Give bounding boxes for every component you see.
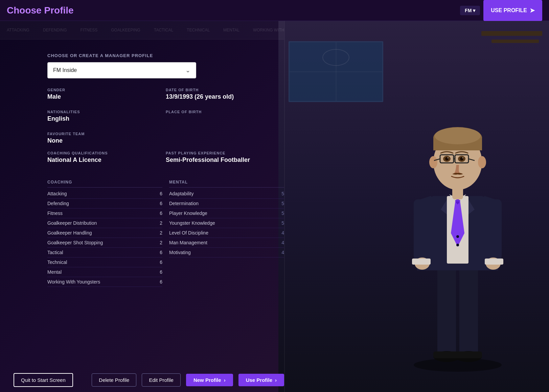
place-of-birth-label: PLACE OF BIRTH	[166, 110, 284, 114]
header-actions: FM ▾ USE PROFILE ➤	[460, 0, 542, 21]
svg-rect-1	[437, 267, 456, 358]
quit-button[interactable]: Quit to Start Screen	[14, 373, 73, 387]
coaching-qual-value: National A Licence	[47, 156, 166, 164]
svg-point-20	[435, 127, 481, 144]
coaching-stat-row: Mental6	[47, 267, 162, 277]
coaching-qual-label: COACHING QUALIFICATIONS	[47, 151, 166, 155]
fm-logo-button[interactable]: FM ▾	[460, 6, 480, 15]
arrow-right-icon: ›	[275, 377, 277, 383]
nationality-birth-row: NATIONALITIES English PLACE OF BIRTH	[47, 110, 284, 129]
qualifications-row: COACHING QUALIFICATIONS National A Licen…	[47, 151, 284, 170]
mental-stat-row: Player Knowledge5	[169, 209, 284, 218]
section-label: CHOOSE OR CREATE A MANAGER PROFILE	[47, 53, 284, 58]
footer: Quit to Start Screen Delete Profile Edit…	[0, 368, 284, 392]
stat-name: Motivating	[169, 250, 191, 255]
coaching-stats-header: COACHING	[47, 180, 162, 188]
stat-value: 4	[281, 240, 284, 245]
stat-name: Working With Youngsters	[47, 279, 100, 285]
header: Choose Profile FM ▾ USE PROFILE ➤	[0, 0, 549, 21]
svg-rect-6	[455, 351, 482, 358]
stat-name: Attacking	[47, 191, 67, 196]
stat-name: Technical	[47, 260, 67, 265]
svg-point-22	[478, 156, 486, 168]
svg-rect-12	[414, 199, 431, 260]
stat-value: 5	[281, 191, 284, 196]
stat-name: Adaptability	[169, 191, 193, 196]
past-experience-value: Semi-Professional Footballer	[166, 156, 284, 164]
dropdown-arrow-icon: ⌄	[185, 67, 190, 74]
coaching-stat-row: Tactical6	[47, 248, 162, 258]
stat-value: 6	[160, 279, 162, 285]
gender-label: GENDER	[47, 88, 166, 92]
coaching-stat-row: Goalkeeper Distribution2	[47, 218, 162, 228]
character-figure	[393, 81, 522, 372]
stat-name: Tactical	[47, 250, 63, 255]
gender-dob-row: GENDER Male DATE OF BIRTH 13/9/1993 (26 …	[47, 88, 284, 107]
character-panel	[278, 21, 549, 392]
edit-profile-button[interactable]: Edit Profile	[142, 373, 181, 387]
favourite-team-block: FAVOURITE TEAM None	[47, 132, 284, 144]
mental-stat-row: Determination5	[169, 199, 284, 209]
panel-divider	[284, 21, 285, 392]
stat-value: 5	[281, 220, 284, 226]
new-profile-button[interactable]: New Profile ›	[186, 374, 233, 386]
content-panel: CHOOSE OR CREATE A MANAGER PROFILE FM In…	[0, 21, 284, 392]
stat-name: Man Management	[169, 240, 207, 245]
stat-name: Goalkeeper Shot Stopping	[47, 240, 103, 245]
coaching-stat-row: Goalkeeper Shot Stopping2	[47, 238, 162, 248]
mental-stat-row: Man Management4	[169, 238, 284, 248]
coaching-stat-row: Working With Youngsters6	[47, 277, 162, 287]
stat-value: 5	[281, 201, 284, 206]
svg-point-36	[456, 235, 459, 238]
gender-block: GENDER Male	[47, 88, 166, 100]
favourite-team-label: FAVOURITE TEAM	[47, 132, 284, 136]
mental-stats-header: MENTAL	[169, 180, 284, 188]
dob-label: DATE OF BIRTH	[166, 88, 284, 92]
svg-rect-2	[459, 267, 478, 358]
favourite-team-value: None	[47, 137, 284, 144]
stat-name: Goalkeeper Handling	[47, 230, 92, 236]
svg-point-0	[414, 358, 502, 372]
character-svg	[393, 81, 522, 372]
coaching-stats-rows: Attacking6Defending6Fitness6Goalkeeper D…	[47, 189, 162, 287]
use-profile-header-button[interactable]: USE PROFILE ➤	[483, 0, 542, 21]
svg-rect-34	[412, 259, 431, 265]
coaching-stat-row: Technical6	[47, 258, 162, 267]
mental-stats-column: MENTAL Adaptability5Determination5Player…	[169, 180, 284, 287]
coaching-stat-row: Defending6	[47, 199, 162, 209]
stat-value: 2	[160, 230, 162, 236]
stat-name: Goalkeeper Distribution	[47, 220, 97, 226]
stat-value: 2	[160, 220, 162, 226]
svg-rect-35	[485, 259, 503, 265]
arrow-right-icon: ›	[224, 377, 226, 383]
coaching-qual-block: COACHING QUALIFICATIONS National A Licen…	[47, 151, 166, 164]
stat-value: 2	[160, 240, 162, 245]
mental-stat-row: Adaptability5	[169, 189, 284, 199]
past-experience-block: PAST PLAYING EXPERIENCE Semi-Professiona…	[166, 151, 284, 164]
mental-stat-row: Youngster Knowledge5	[169, 218, 284, 228]
dob-block: DATE OF BIRTH 13/9/1993 (26 years old)	[166, 88, 284, 100]
coaching-stats-column: COACHING Attacking6Defending6Fitness6Goa…	[47, 180, 162, 287]
stat-value: 6	[160, 250, 162, 255]
nationalities-value: English	[47, 115, 166, 122]
stat-value: 6	[160, 191, 162, 196]
coaching-stat-row: Fitness6	[47, 209, 162, 218]
stats-section: COACHING Attacking6Defending6Fitness6Goa…	[47, 180, 284, 287]
nationalities-label: NATIONALITIES	[47, 110, 166, 114]
delete-profile-button[interactable]: Delete Profile	[92, 373, 136, 387]
main-container: ATTACKING DEFENDING FITNESS GOALKEEPING …	[0, 21, 549, 392]
chevron-down-icon: ▾	[473, 8, 475, 13]
svg-point-21	[429, 156, 437, 168]
profile-dropdown[interactable]: FM Inside ⌄	[47, 62, 196, 78]
stat-name: Defending	[47, 201, 69, 206]
stat-name: Mental	[47, 269, 62, 275]
stat-value: 6	[160, 201, 162, 206]
stat-value: 5	[281, 211, 284, 216]
place-of-birth-block: PLACE OF BIRTH	[166, 110, 284, 122]
mental-stat-row: Motivating4	[169, 248, 284, 258]
arrow-right-icon: ➤	[530, 7, 535, 14]
use-profile-footer-button[interactable]: Use Profile ›	[238, 374, 284, 386]
past-experience-label: PAST PLAYING EXPERIENCE	[166, 151, 284, 155]
nationalities-block: NATIONALITIES English	[47, 110, 166, 122]
svg-point-37	[456, 244, 459, 246]
